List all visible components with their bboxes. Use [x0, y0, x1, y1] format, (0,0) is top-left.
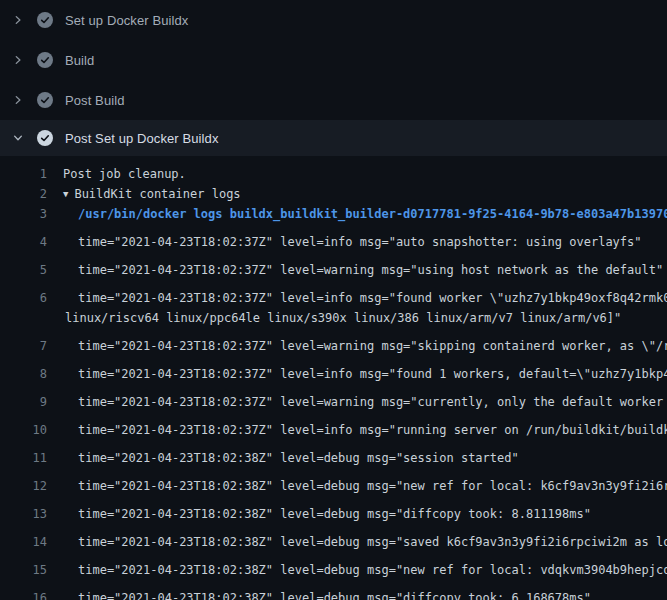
- chevron-right-icon: [12, 54, 24, 66]
- log-text: time="2021-04-23T18:02:38Z" level=debug …: [78, 560, 667, 580]
- log-line: 1Post job cleanup.: [0, 164, 667, 184]
- log-line: 7time="2021-04-23T18:02:37Z" level=warni…: [0, 328, 667, 356]
- log-text: time="2021-04-23T18:02:37Z" level=info m…: [78, 288, 667, 308]
- log-text: time="2021-04-23T18:02:37Z" level=warnin…: [78, 392, 667, 412]
- chevron-right-icon: [12, 94, 24, 106]
- log-line: 12time="2021-04-23T18:02:38Z" level=debu…: [0, 468, 667, 496]
- log-line: 14time="2021-04-23T18:02:38Z" level=debu…: [0, 524, 667, 552]
- line-number[interactable]: 16: [0, 588, 47, 600]
- line-number[interactable]: 15: [0, 560, 47, 580]
- log-text: time="2021-04-23T18:02:38Z" level=debug …: [78, 588, 591, 600]
- line-number[interactable]: 13: [0, 504, 47, 524]
- check-circle-icon: [37, 130, 53, 146]
- log-line: 10time="2021-04-23T18:02:37Z" level=info…: [0, 412, 667, 440]
- step-section-header[interactable]: Set up Docker Buildx: [0, 0, 667, 40]
- line-number[interactable]: 12: [0, 476, 47, 496]
- step-section-list: Set up Docker BuildxBuildPost BuildPost …: [0, 0, 667, 156]
- check-circle-icon: [37, 52, 53, 68]
- log-text: time="2021-04-23T18:02:38Z" level=debug …: [78, 448, 519, 468]
- log-text: time="2021-04-23T18:02:37Z" level=warnin…: [78, 260, 663, 280]
- step-section-title: Set up Docker Buildx: [65, 13, 188, 28]
- log-text: time="2021-04-23T18:02:37Z" level=info m…: [78, 420, 667, 440]
- line-number[interactable]: 6: [0, 288, 47, 308]
- line-number[interactable]: 14: [0, 532, 47, 552]
- log-text: time="2021-04-23T18:02:38Z" level=debug …: [78, 476, 667, 496]
- log-line: 15time="2021-04-23T18:02:38Z" level=debu…: [0, 552, 667, 580]
- line-number[interactable]: 2: [0, 184, 47, 204]
- log-text: time="2021-04-23T18:02:38Z" level=debug …: [78, 532, 667, 552]
- check-circle-icon: [37, 12, 53, 28]
- log-text: time="2021-04-23T18:02:37Z" level=info m…: [78, 364, 667, 384]
- log-text: time="2021-04-23T18:02:38Z" level=debug …: [78, 504, 591, 524]
- log-line: 3/usr/bin/docker logs buildx_buildkit_bu…: [0, 204, 667, 224]
- line-number[interactable]: 3: [0, 204, 47, 224]
- line-number[interactable]: 1: [0, 164, 47, 184]
- log-line: 6time="2021-04-23T18:02:37Z" level=info …: [0, 280, 667, 308]
- log-text: Post job cleanup.: [63, 164, 186, 184]
- log-line: 16time="2021-04-23T18:02:38Z" level=debu…: [0, 580, 667, 600]
- log-text: BuildKit container logs: [74, 184, 240, 204]
- step-section-title: Build: [65, 53, 94, 68]
- chevron-right-icon: [12, 14, 24, 26]
- log-command-text: /usr/bin/docker logs buildx_buildkit_bui…: [78, 204, 667, 224]
- line-number: [0, 308, 47, 328]
- log-line: 5time="2021-04-23T18:02:37Z" level=warni…: [0, 252, 667, 280]
- log-text: time="2021-04-23T18:02:37Z" level=info m…: [78, 232, 642, 252]
- log-scroll-area[interactable]: 1Post job cleanup.2▼BuildKit container l…: [0, 156, 667, 600]
- log-line: 8time="2021-04-23T18:02:37Z" level=info …: [0, 356, 667, 384]
- group-toggle-icon[interactable]: ▼: [63, 184, 68, 204]
- check-circle-icon: [37, 92, 53, 108]
- line-number[interactable]: 10: [0, 420, 47, 440]
- chevron-down-icon: [12, 132, 24, 144]
- step-section-header[interactable]: Post Set up Docker Buildx: [0, 120, 667, 156]
- line-number[interactable]: 5: [0, 260, 47, 280]
- log-line: 9time="2021-04-23T18:02:37Z" level=warni…: [0, 384, 667, 412]
- line-number[interactable]: 9: [0, 392, 47, 412]
- step-section-title: Post Build: [65, 93, 125, 108]
- log-line: linux/riscv64 linux/ppc64le linux/s390x …: [0, 308, 667, 328]
- log-text: linux/riscv64 linux/ppc64le linux/s390x …: [65, 308, 621, 328]
- line-number[interactable]: 8: [0, 364, 47, 384]
- log-line: 11time="2021-04-23T18:02:38Z" level=debu…: [0, 440, 667, 468]
- line-number[interactable]: 4: [0, 232, 47, 252]
- log-line: 13time="2021-04-23T18:02:38Z" level=debu…: [0, 496, 667, 524]
- line-number[interactable]: 7: [0, 336, 47, 356]
- log-line: 4time="2021-04-23T18:02:37Z" level=info …: [0, 224, 667, 252]
- step-section-title: Post Set up Docker Buildx: [65, 131, 219, 146]
- step-section-header[interactable]: Post Build: [0, 80, 667, 120]
- log-line: 2▼BuildKit container logs: [0, 184, 667, 204]
- step-section-header[interactable]: Build: [0, 40, 667, 80]
- line-number[interactable]: 11: [0, 448, 47, 468]
- log-text: time="2021-04-23T18:02:37Z" level=warnin…: [78, 336, 667, 356]
